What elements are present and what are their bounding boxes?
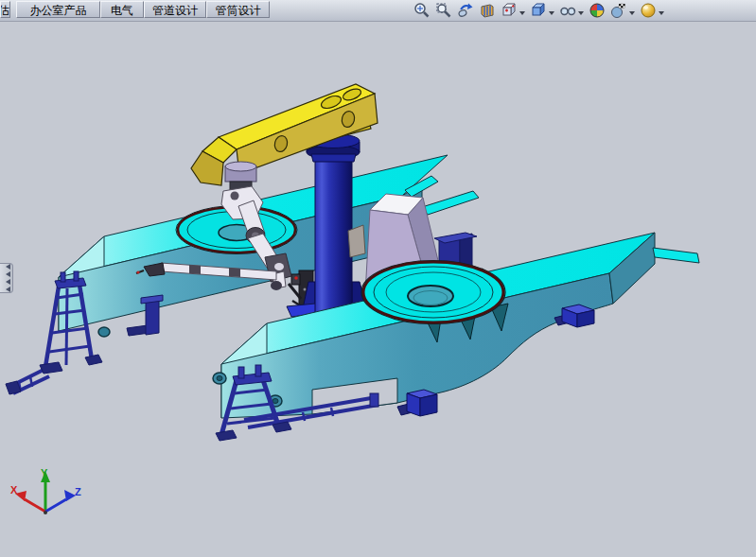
feature-manager-collapsed-splitter[interactable] <box>0 263 13 293</box>
hide-show-items-icon[interactable] <box>559 2 576 19</box>
heads-up-view-toolbar <box>413 2 664 19</box>
tab-office-products[interactable]: 办公室产品 <box>16 1 100 18</box>
tab-evaluate-partial[interactable]: 估 <box>0 1 10 18</box>
viewport-3d[interactable]: X Y Z <box>0 0 756 557</box>
solidworks-window: { "window": { "viewport_bg": "#c5c9d2", … <box>0 0 756 557</box>
display-style-icon[interactable] <box>530 2 547 19</box>
view-settings-dropdown[interactable] <box>659 11 664 15</box>
triad-x-label: X <box>10 484 18 496</box>
tab-piping-design[interactable]: 管道设计 <box>144 1 206 18</box>
zoom-to-fit-icon[interactable] <box>413 2 431 19</box>
triad-z-label: Z <box>75 486 81 497</box>
view-settings-icon[interactable] <box>640 2 657 19</box>
collapse-arrow-icon <box>6 279 10 285</box>
top-toolbar: 估 办公室产品 电气 管道设计 管筒设计 <box>0 0 756 22</box>
tab-tubing-design[interactable]: 管筒设计 <box>206 1 270 18</box>
apply-scene-icon[interactable] <box>610 2 627 19</box>
collapse-arrow-icon <box>6 271 10 277</box>
previous-view-icon[interactable] <box>457 2 474 19</box>
apply-scene-dropdown[interactable] <box>629 11 635 15</box>
hide-show-items-dropdown[interactable] <box>578 11 584 15</box>
collapse-arrow-icon <box>6 287 10 292</box>
triad-y-label: Y <box>41 467 48 479</box>
front-turntable-ring[interactable] <box>361 261 505 324</box>
view-orientation-dropdown[interactable] <box>519 11 525 15</box>
tab-electrical[interactable]: 电气 <box>100 1 144 18</box>
zoom-to-area-icon[interactable] <box>435 2 452 19</box>
collapse-arrow-icon <box>6 264 10 270</box>
view-orientation-icon[interactable] <box>501 2 518 19</box>
display-style-dropdown[interactable] <box>549 11 554 15</box>
edit-appearance-icon[interactable] <box>589 2 606 19</box>
section-view-icon[interactable] <box>479 2 496 19</box>
